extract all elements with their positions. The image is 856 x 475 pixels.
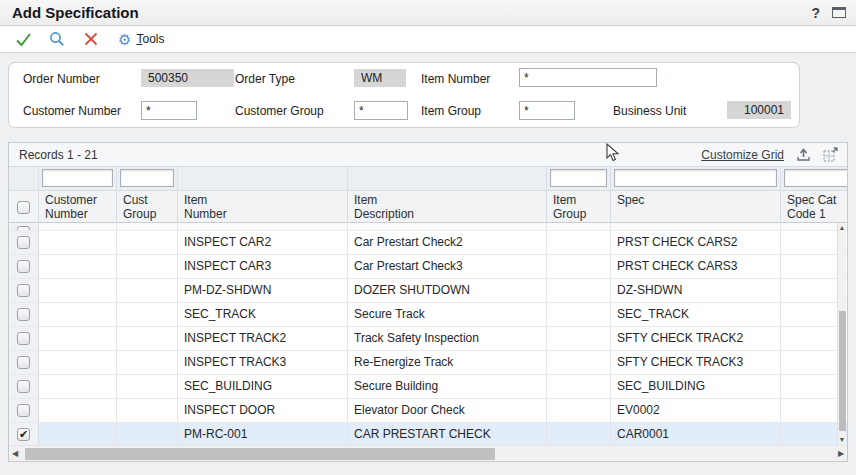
table-row[interactable]: SEC_BUILDINGSecure BuildingSEC_BUILDING <box>9 375 847 399</box>
row-select-cell <box>9 327 39 350</box>
cell-customer_number <box>39 327 117 350</box>
filter-input-item_group[interactable] <box>550 169 607 187</box>
cell-item_number: PM-DZ-SHDWN <box>178 279 348 302</box>
ok-button[interactable] <box>10 28 36 50</box>
vertical-scrollbar[interactable]: ▲ ▼ <box>837 223 846 447</box>
row-checkbox[interactable] <box>17 308 30 321</box>
cell-item_description: DOZER SHUTDOWN <box>348 279 547 302</box>
select-all-cell <box>9 191 39 223</box>
item-group-input[interactable] <box>519 101 575 120</box>
table-row[interactable]: PM-DZ-SHDWNDOZER SHUTDOWNDZ-SHDWN <box>9 279 847 303</box>
row-checkbox[interactable] <box>17 380 30 393</box>
cell-customer_number <box>39 223 117 231</box>
filter-input-spec_cat[interactable] <box>784 169 847 187</box>
cell-item_group <box>547 279 611 302</box>
scroll-down-icon[interactable]: ▼ <box>838 435 846 445</box>
row-checkbox[interactable] <box>17 236 30 249</box>
filter-cell-spec <box>611 167 781 191</box>
grid-panel: Records 1 - 21 Customize Grid <box>8 142 848 462</box>
table-row[interactable]: INSPECT TRACK2Track Safety InspectionSFT… <box>9 327 847 351</box>
column-header-item_number[interactable]: Item Number <box>178 191 348 223</box>
cell-customer_number <box>39 255 117 278</box>
cell-customer_number <box>39 303 117 326</box>
cell-cust_group <box>117 327 178 350</box>
toolbar: ⚙ Tools <box>0 26 856 53</box>
customize-grid-link[interactable]: Customize Grid <box>701 148 784 162</box>
cancel-button[interactable] <box>78 28 104 50</box>
grid-filter-row <box>9 167 847 191</box>
row-select-cell <box>9 231 39 254</box>
cell-spec: CAR0001 <box>611 423 781 446</box>
table-row[interactable]: INSPECT CAR3Car Prestart Check3PRST CHEC… <box>9 255 847 279</box>
export-button[interactable] <box>796 148 811 162</box>
select-all-checkbox[interactable] <box>17 201 30 214</box>
cell-spec: SEC_BUILDING <box>611 375 781 398</box>
filter-cell-checkbox <box>9 167 39 191</box>
table-row[interactable]: SEC_TRACKSecure TrackSEC_TRACK <box>9 303 847 327</box>
item-group-label: Item Group <box>421 104 481 118</box>
column-header-spec[interactable]: Spec <box>611 191 781 223</box>
scroll-right-icon[interactable]: ▶ <box>835 449 847 458</box>
cell-cust_group <box>117 231 178 254</box>
item-number-input[interactable] <box>519 68 657 87</box>
cell-item_number: SEC_BUILDING <box>178 375 348 398</box>
column-header-spec_cat[interactable]: Spec Cat Code 1 <box>781 191 847 223</box>
table-row[interactable]: INSPECT CAR2Car Prestart Check2PRST CHEC… <box>9 231 847 255</box>
cell-customer_number <box>39 279 117 302</box>
cell-cust_group <box>117 375 178 398</box>
row-checkbox[interactable] <box>17 284 30 297</box>
row-checkbox[interactable] <box>17 260 30 273</box>
cell-item_group <box>547 399 611 422</box>
tools-menu[interactable]: ⚙ Tools <box>118 32 164 47</box>
column-header-item_description[interactable]: Item Description <box>348 191 547 223</box>
cell-customer_number <box>39 351 117 374</box>
row-checkbox[interactable] <box>17 332 30 345</box>
filter-input-customer_number[interactable] <box>42 169 113 187</box>
horizontal-scrollbar[interactable]: ◀ ▶ <box>9 445 847 461</box>
cell-customer_number <box>39 231 117 254</box>
find-button[interactable] <box>44 28 70 50</box>
vertical-scroll-thumb[interactable] <box>839 311 846 431</box>
cell-spec: EV0002 <box>611 399 781 422</box>
customer-number-input[interactable] <box>141 101 197 120</box>
filter-input-cust_group[interactable] <box>120 169 174 187</box>
column-header-customer_number[interactable]: Customer Number <box>39 191 117 223</box>
table-row[interactable]: INSPECT DOORElevator Door CheckEV0002 <box>9 399 847 423</box>
row-select-cell <box>9 351 39 374</box>
row-checkbox[interactable] <box>17 404 30 417</box>
grid-header-row: Customer NumberCust GroupItem NumberItem… <box>9 191 847 223</box>
row-checkbox[interactable] <box>17 356 30 369</box>
cell-item_description: Car Prestart Check3 <box>348 255 547 278</box>
filter-cell-item_description <box>348 167 547 191</box>
column-header-cust_group[interactable]: Cust Group <box>117 191 178 223</box>
filter-cell-spec_cat <box>781 167 847 191</box>
table-row[interactable]: PM-RC-001CAR PRESTART CHECKCAR0001 <box>9 423 847 447</box>
table-row[interactable] <box>9 223 847 231</box>
customer-group-input[interactable] <box>354 101 408 120</box>
column-header-item_group[interactable]: Item Group <box>547 191 611 223</box>
window-icon[interactable] <box>832 7 846 18</box>
cell-item_number: INSPECT CAR2 <box>178 231 348 254</box>
scroll-up-icon[interactable]: ▲ <box>838 223 846 233</box>
scroll-left-icon[interactable]: ◀ <box>9 449 21 458</box>
cell-cust_group <box>117 399 178 422</box>
cell-item_number: INSPECT DOOR <box>178 399 348 422</box>
cell-item_description: CAR PRESTART CHECK <box>348 423 547 446</box>
table-row[interactable]: INSPECT TRACK3Re-Energize TrackSFTY CHEC… <box>9 351 847 375</box>
row-select-cell <box>9 223 39 231</box>
expand-grid-icon <box>823 147 839 162</box>
filter-input-spec[interactable] <box>614 169 777 187</box>
close-icon <box>84 32 98 46</box>
title-bar: Add Specification ? <box>0 0 856 26</box>
horizontal-scroll-thumb[interactable] <box>25 448 495 460</box>
expand-grid-button[interactable] <box>823 147 839 162</box>
help-icon[interactable]: ? <box>811 5 820 21</box>
cell-cust_group <box>117 255 178 278</box>
cell-item_group <box>547 375 611 398</box>
row-checkbox[interactable] <box>17 428 30 441</box>
records-count: Records 1 - 21 <box>19 148 98 162</box>
cell-cust_group <box>117 223 178 231</box>
horizontal-scroll-track[interactable] <box>21 448 825 460</box>
cell-customer_number <box>39 423 117 446</box>
cell-spec: SFTY CHECK TRACK2 <box>611 327 781 350</box>
